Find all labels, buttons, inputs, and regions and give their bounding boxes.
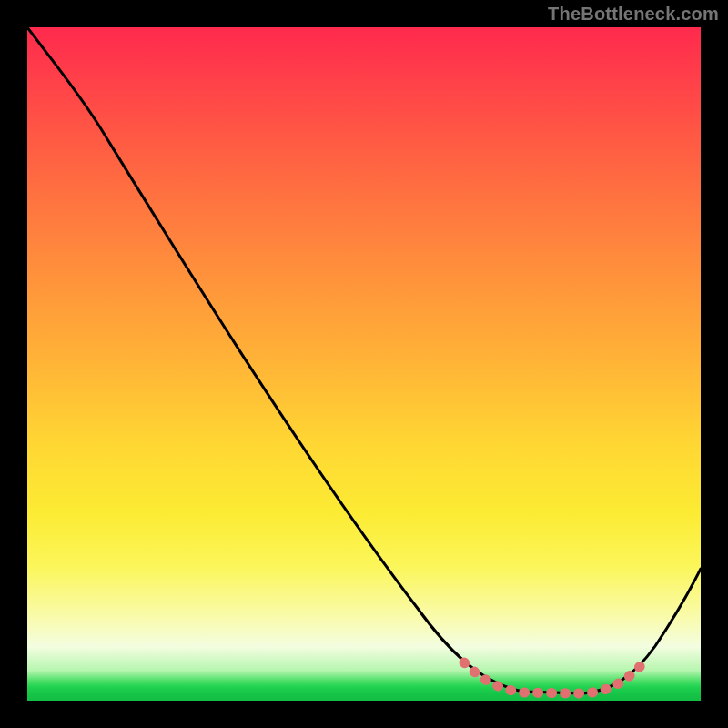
- plot-area: [27, 27, 701, 701]
- chart-stage: TheBottleneck.com: [0, 0, 728, 728]
- curve-layer: [27, 27, 701, 701]
- bottleneck-curve: [27, 27, 701, 693]
- attribution-watermark: TheBottleneck.com: [548, 4, 719, 25]
- optimal-band-marker: [464, 660, 646, 693]
